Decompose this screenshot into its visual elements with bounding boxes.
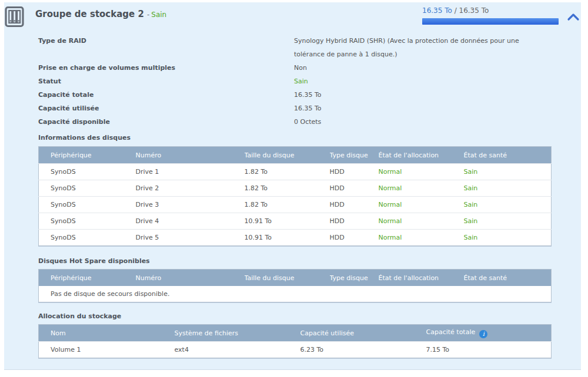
- detail-label: Prise en charge de volumes multiples: [38, 61, 294, 75]
- col-number: Numéro: [136, 270, 245, 287]
- hot-spare-title: Disques Hot Spare disponibles: [38, 257, 551, 265]
- detail-label: Capacité totale: [38, 88, 294, 102]
- table-header-row: Périphérique Numéro Taille du disque Typ…: [39, 147, 552, 164]
- detail-value: Non: [294, 61, 551, 75]
- table-header-row: Périphérique Numéro Taille du disque Typ…: [39, 270, 552, 287]
- detail-value: 16.35 To: [294, 88, 551, 102]
- col-number: Numéro: [136, 147, 245, 164]
- storage-pool-panel: Groupe de stockage 2-Sain 16.35 To / 16.…: [4, 2, 581, 370]
- cell-health-status: Sain: [464, 180, 552, 197]
- cell-allocation-status: Normal: [379, 197, 464, 213]
- detail-value: 16.35 To: [294, 102, 551, 115]
- empty-message: Pas de disque de secours disponible.: [39, 286, 552, 302]
- detail-value: Sain: [294, 75, 551, 88]
- col-used-capacity: Capacité utilisée: [300, 325, 426, 342]
- usage-progress-bar: [422, 18, 559, 25]
- usage-used-value: 16.35 To: [422, 6, 452, 15]
- usage-progress-fill: [422, 18, 559, 25]
- col-disk-type: Type disque: [330, 147, 379, 164]
- allocation-table: Nom Système de fichiers Capacité utilisé…: [38, 324, 552, 358]
- pool-title: Groupe de stockage 2: [35, 9, 144, 19]
- cell-allocation-status: Normal: [379, 213, 464, 230]
- cell-device: SynoDS: [39, 230, 136, 246]
- cell-name: Volume 1: [39, 342, 175, 358]
- cell-allocation-status: Normal: [379, 230, 464, 246]
- col-name: Nom: [39, 325, 175, 342]
- col-device: Périphérique: [39, 270, 136, 287]
- detail-value: Synology Hybrid RAID (SHR) (Avec la prot…: [294, 34, 551, 61]
- cell-disk-size: 1.82 To: [245, 197, 330, 213]
- col-total-capacity: Capacité totalei: [426, 325, 552, 342]
- detail-row: Statut Sain: [38, 75, 551, 88]
- table-row: Volume 1 ext4 6.23 To 7.15 To: [39, 342, 552, 358]
- table-header-row: Nom Système de fichiers Capacité utilisé…: [39, 325, 552, 342]
- detail-row: Capacité utilisée 16.35 To: [38, 102, 551, 115]
- cell-number: Drive 2: [136, 180, 245, 197]
- usage-total-value: 16.35 To: [459, 6, 489, 15]
- cell-number: Drive 3: [136, 197, 245, 213]
- cell-disk-type: HDD: [330, 197, 379, 213]
- detail-row: Type de RAID Synology Hybrid RAID (SHR) …: [38, 34, 551, 61]
- cell-disk-type: HDD: [330, 180, 379, 197]
- cell-device: SynoDS: [39, 213, 136, 230]
- cell-disk-size: 10.91 To: [245, 230, 330, 246]
- detail-label: Type de RAID: [38, 34, 294, 61]
- pool-status-badge: Sain: [151, 11, 166, 19]
- cell-disk-type: HDD: [330, 213, 379, 230]
- cell-number: Drive 5: [136, 230, 245, 246]
- pool-details: Type de RAID Synology Hybrid RAID (SHR) …: [38, 34, 551, 358]
- col-device: Périphérique: [39, 147, 136, 164]
- chevron-up-icon[interactable]: [566, 12, 580, 23]
- detail-list: Type de RAID Synology Hybrid RAID (SHR) …: [38, 34, 551, 129]
- disk-info-table: Périphérique Numéro Taille du disque Typ…: [38, 146, 552, 246]
- cell-number: Drive 4: [136, 213, 245, 230]
- cell-disk-size: 1.82 To: [245, 180, 330, 197]
- allocation-title: Allocation du stockage: [38, 312, 551, 321]
- cell-device: SynoDS: [39, 164, 136, 180]
- pool-status-separator: -: [147, 11, 149, 19]
- cell-health-status: Sain: [464, 230, 552, 246]
- col-allocation-status: État de l'allocation: [379, 147, 464, 164]
- cell-health-status: Sain: [464, 197, 552, 213]
- detail-label: Capacité utilisée: [38, 102, 294, 115]
- cell-device: SynoDS: [39, 180, 136, 197]
- usage-divider: /: [455, 6, 457, 15]
- col-health-status: État de santé: [464, 147, 552, 164]
- cell-total-capacity: 7.15 To: [426, 342, 552, 358]
- detail-label: Statut: [38, 75, 294, 88]
- pool-usage: 16.35 To / 16.35 To: [422, 6, 559, 25]
- storage-pool-icon: [5, 6, 24, 28]
- table-row: SynoDS Drive 1 1.82 To HDD Normal Sain: [39, 164, 552, 180]
- col-total-capacity-label: Capacité totale: [426, 328, 476, 336]
- cell-health-status: Sain: [464, 213, 552, 230]
- table-row-empty: Pas de disque de secours disponible.: [39, 286, 552, 302]
- table-row: SynoDS Drive 3 1.82 To HDD Normal Sain: [39, 197, 552, 213]
- table-row: SynoDS Drive 5 10.91 To HDD Normal Sain: [39, 230, 552, 246]
- table-row: SynoDS Drive 4 10.91 To HDD Normal Sain: [39, 213, 552, 230]
- cell-allocation-status: Normal: [379, 164, 464, 180]
- table-row: SynoDS Drive 2 1.82 To HDD Normal Sain: [39, 180, 552, 197]
- col-filesystem: Système de fichiers: [175, 325, 300, 342]
- col-allocation-status: État de l'allocation: [379, 270, 464, 287]
- detail-row: Capacité disponible 0 Octets: [38, 115, 551, 129]
- col-disk-type: Type disque: [330, 270, 379, 287]
- cell-filesystem: ext4: [175, 342, 300, 358]
- detail-value: 0 Octets: [294, 115, 551, 129]
- cell-disk-size: 10.91 To: [245, 213, 330, 230]
- cell-device: SynoDS: [39, 197, 136, 213]
- cell-used-capacity: 6.23 To: [300, 342, 426, 358]
- info-icon[interactable]: i: [479, 330, 487, 338]
- hot-spare-table: Périphérique Numéro Taille du disque Typ…: [38, 269, 552, 302]
- disk-info-title: Informations des disques: [38, 134, 551, 142]
- detail-row: Capacité totale 16.35 To: [38, 88, 551, 102]
- cell-disk-type: HDD: [330, 164, 379, 180]
- col-disk-size: Taille du disque: [245, 270, 330, 287]
- detail-row: Prise en charge de volumes multiples Non: [38, 61, 551, 75]
- cell-number: Drive 1: [136, 164, 245, 180]
- pool-header[interactable]: Groupe de stockage 2-Sain: [35, 8, 166, 19]
- cell-disk-size: 1.82 To: [245, 164, 330, 180]
- pool-usage-text: 16.35 To / 16.35 To: [422, 6, 559, 15]
- cell-allocation-status: Normal: [379, 180, 464, 197]
- cell-health-status: Sain: [464, 164, 552, 180]
- detail-label: Capacité disponible: [38, 115, 294, 129]
